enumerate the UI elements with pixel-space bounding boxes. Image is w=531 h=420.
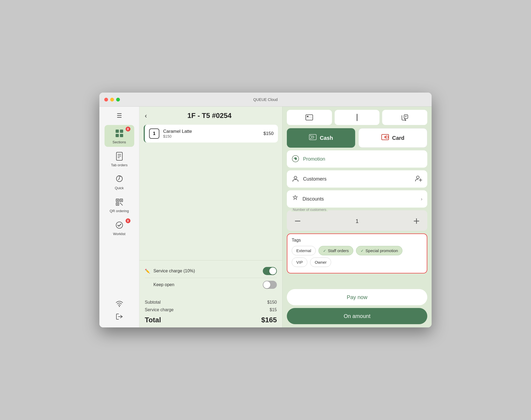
back-button[interactable]: ‹ [145, 112, 147, 120]
cash-icon [309, 134, 317, 142]
sidebar: ☰ 0 Sections [99, 107, 139, 327]
svg-point-17 [119, 306, 120, 307]
num-customers-controls: 1 [292, 215, 422, 227]
top-icon-1[interactable] [287, 110, 332, 125]
svg-point-32 [295, 158, 296, 160]
svg-point-34 [416, 176, 419, 179]
add-customer-icon[interactable] [415, 174, 422, 184]
table-row[interactable]: 1 Caramel Latte $150 $150 [144, 125, 278, 143]
card-icon [381, 134, 389, 142]
minimize-button[interactable] [110, 98, 114, 101]
service-charge-label: Service charge (10%) [153, 269, 263, 273]
svg-rect-24 [309, 134, 316, 140]
keep-open-toggle[interactable] [263, 281, 277, 289]
svg-rect-20 [307, 116, 308, 117]
grand-total-value: $165 [261, 316, 277, 324]
svg-rect-12 [117, 200, 118, 201]
svg-rect-1 [120, 130, 123, 133]
close-button[interactable] [104, 98, 108, 101]
decrease-customers-button[interactable] [292, 215, 304, 227]
cash-button[interactable]: Cash [287, 128, 355, 148]
svg-point-27 [312, 136, 314, 138]
tags-row-1: External ✓ Staff orders ✓ Special promot… [292, 246, 422, 255]
app-window: QUEUE Cloud ☰ 0 Sections [99, 93, 432, 327]
tag-vip[interactable]: VIP [292, 258, 307, 267]
service-charge-total-row: Service charge $15 [145, 306, 277, 314]
svg-rect-23 [404, 115, 408, 118]
cash-label: Cash [320, 135, 333, 141]
svg-point-30 [384, 136, 387, 138]
tag-staff-orders[interactable]: ✓ Staff orders [318, 246, 353, 255]
order-title: 1F - T5 #0254 [150, 111, 269, 120]
left-panel: ‹ 1F - T5 #0254 1 Caramel Latte $150 $15… [139, 107, 283, 327]
service-charge-toggle[interactable] [263, 267, 277, 275]
sidebar-item-quick[interactable]: Quick [105, 171, 134, 193]
pay-now-button[interactable]: Pay now [287, 289, 427, 305]
discounts-row[interactable]: Discounts › [287, 190, 427, 208]
tag-external[interactable]: External [292, 246, 316, 255]
worklist-icon [114, 219, 125, 231]
keep-open-row: ✏️ Keep open [145, 278, 277, 292]
tags-row-2: VIP Owner [292, 258, 422, 267]
tags-section: Tags External ✓ Staff orders ✓ Special p… [287, 233, 427, 273]
svg-point-33 [294, 176, 297, 179]
tag-owner-label: Owner [315, 260, 327, 265]
promotion-button[interactable]: Promotion [287, 150, 427, 168]
sidebar-item-sections[interactable]: 0 Sections [105, 125, 134, 147]
service-charge-total-value: $15 [270, 307, 277, 312]
menu-icon[interactable]: ☰ [113, 110, 125, 122]
discounts-icon [292, 195, 299, 203]
sidebar-item-tab-orders[interactable]: Tab orders [105, 148, 134, 170]
window-title: QUEUE Cloud [253, 97, 278, 102]
quick-icon [114, 174, 125, 185]
wifi-icon[interactable] [116, 300, 123, 309]
tag-staff-orders-label: Staff orders [328, 248, 349, 253]
quick-label: Quick [115, 186, 124, 190]
sections-label: Sections [113, 140, 126, 144]
item-price: $150 [263, 131, 274, 136]
logout-icon[interactable] [116, 313, 123, 322]
card-button[interactable]: Card [358, 128, 427, 148]
maximize-button[interactable] [116, 98, 120, 101]
customers-label: Customers [303, 176, 411, 182]
service-charge-row: ✏️ Service charge (10%) [145, 264, 277, 278]
num-customers-box: Number of customers 1 [287, 210, 427, 231]
top-icon-2[interactable] [335, 110, 380, 125]
edit-icon: ✏️ [145, 269, 150, 274]
svg-rect-26 [310, 138, 311, 139]
service-section: ✏️ Service charge (10%) ✏️ Keep open [139, 260, 282, 295]
tag-external-label: External [296, 248, 311, 253]
tab-orders-label: Tab orders [111, 163, 127, 167]
grand-total-row: Total $165 [145, 314, 277, 324]
grand-total-label: Total [145, 316, 161, 324]
payment-methods: Cash Card [287, 128, 427, 148]
subtotal-value: $150 [267, 300, 277, 305]
svg-rect-2 [116, 134, 119, 137]
pay-now-label: Pay now [347, 294, 368, 300]
app-body: ☰ 0 Sections [99, 107, 432, 327]
sidebar-item-worklist[interactable]: 0 Worklist [105, 217, 134, 239]
top-icon-3[interactable] [382, 110, 427, 125]
customers-icon [292, 175, 299, 183]
increase-customers-button[interactable] [411, 215, 422, 227]
subtotal-row: Subtotal $150 [145, 299, 277, 306]
on-amount-button[interactable]: On amount [287, 308, 427, 324]
customers-row: Customers [287, 170, 427, 188]
order-items: 1 Caramel Latte $150 $150 [139, 125, 282, 260]
tag-special-promotion[interactable]: ✓ Special promotion [356, 246, 402, 255]
worklist-label: Worklist [113, 232, 126, 236]
tag-special-promotion-label: Special promotion [365, 248, 398, 253]
svg-rect-13 [121, 200, 122, 201]
item-price-sub: $150 [163, 134, 263, 138]
svg-line-15 [120, 203, 123, 205]
tab-orders-icon [114, 151, 125, 162]
card-label: Card [392, 135, 405, 141]
tag-owner[interactable]: Owner [310, 258, 331, 267]
promotion-label: Promotion [303, 156, 325, 162]
sections-badge: 0 [126, 127, 130, 131]
tags-title: Tags [292, 238, 422, 243]
top-icons-row [287, 110, 427, 125]
sidebar-item-qr-ordering[interactable]: QR ordering [105, 194, 134, 216]
sections-icon [114, 128, 125, 139]
worklist-badge: 0 [126, 218, 130, 223]
